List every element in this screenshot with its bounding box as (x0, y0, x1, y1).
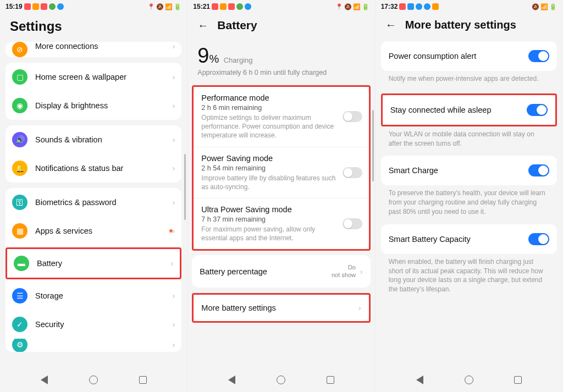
status-indicators: 📍 🔕 📶 🔋 (335, 3, 369, 10)
mode-title: Ultra Power Saving mode (201, 205, 361, 214)
setting-toggle[interactable] (528, 164, 549, 176)
status-app-icon (220, 3, 227, 10)
back-button[interactable]: ← (197, 19, 208, 32)
chevron-right-icon: › (173, 198, 175, 207)
page-title: Battery (217, 19, 257, 32)
chevron-right-icon: › (173, 291, 175, 300)
setting-label: Smart Battery Capacity (389, 235, 528, 244)
recents-nav-button[interactable] (138, 375, 148, 385)
status-bar: 15:21 📍 🔕 📶 🔋 (187, 0, 374, 13)
setting-toggle[interactable] (528, 233, 549, 245)
chevron-right-icon: › (173, 320, 175, 329)
status-app-icon (236, 3, 243, 10)
status-app-icon (32, 3, 39, 10)
charging-label: Charging (224, 56, 253, 64)
status-time: 15:21 (193, 3, 210, 10)
battery-icon: 🔋 (549, 3, 557, 10)
chevron-right-icon: › (358, 303, 361, 312)
settings-row-notifications-status-bar[interactable]: 🔔Notifications & status bar› (5, 154, 181, 183)
wifi-icon: 📶 (353, 3, 361, 10)
battery-percentage-row[interactable]: Battery percentage Donot show › (192, 255, 370, 287)
bell-icon: 🔔 (12, 161, 27, 176)
mode-power-saving-mode[interactable]: Power Saving mode2 h 54 min remainingImp… (194, 147, 368, 198)
settings-row-home-screen-wallpaper[interactable]: ▢Home screen & wallpaper› (5, 63, 181, 91)
settings-row-biometrics-password[interactable]: ⚿Biometrics & password› (5, 188, 181, 217)
mode-title: Power Saving mode (201, 154, 361, 163)
scrollbar[interactable] (372, 110, 374, 181)
back-nav-button[interactable] (227, 375, 237, 385)
setting-toggle[interactable] (528, 50, 549, 62)
status-app-icon (228, 3, 235, 10)
status-app-icon (49, 3, 56, 10)
recents-nav-button[interactable] (513, 375, 523, 385)
setting-stay-connected-while-asleep[interactable]: Stay connected while asleep (383, 95, 555, 125)
nav-bar (0, 368, 187, 392)
back-button[interactable]: ← (385, 19, 396, 31)
battery-percent: 9 (197, 44, 209, 67)
home-nav-button[interactable] (464, 375, 474, 385)
row-label: Apps & services (35, 227, 166, 235)
back-nav-button[interactable] (40, 375, 49, 385)
back-nav-button[interactable] (415, 375, 424, 385)
recents-nav-button[interactable] (325, 375, 335, 385)
settings-row-display-brightness[interactable]: ◉Display & brightness› (5, 91, 181, 120)
settings-row-apps-services[interactable]: ▦Apps & services› (5, 217, 181, 245)
mode-title: Performance mode (201, 93, 361, 102)
mode-toggle[interactable] (343, 167, 362, 178)
screen-settings-list: 15:19 📍 🔕 📶 🔋 Settings ⊘More connections… (0, 0, 187, 392)
nav-bar (187, 368, 374, 392)
row-label: Security (35, 320, 173, 329)
mode-performance-mode[interactable]: Performance mode2 h 6 min remainingOptim… (194, 87, 368, 147)
header: ← Battery (187, 13, 374, 40)
settings-row-item[interactable]: ⚙› (5, 339, 181, 352)
setting-helper: When enabled, the battery will finish ch… (381, 257, 557, 302)
key-icon: ⚿ (12, 195, 27, 210)
settings-row-security[interactable]: ✓Security› (5, 310, 181, 339)
eye-icon: ◉ (12, 98, 27, 113)
row-label: Battery percentage (200, 267, 267, 276)
setting-power-consumption-alert[interactable]: Power consumption alert (381, 41, 557, 71)
mode-remaining: 2 h 6 min remaining (201, 104, 361, 112)
row-value: Donot show (332, 264, 356, 278)
settings-row-storage[interactable]: ☰Storage› (5, 281, 181, 310)
header: ← More battery settings (376, 13, 562, 39)
setting-toggle[interactable] (527, 104, 548, 116)
mode-ultra-power-saving-mode[interactable]: Ultra Power Saving mode7 h 37 min remain… (194, 198, 368, 249)
settings-row-sounds-vibration[interactable]: 🔊Sounds & vibration› (5, 125, 181, 154)
home-nav-button[interactable] (276, 375, 286, 385)
chevron-right-icon: › (173, 340, 175, 349)
header: Settings (0, 13, 187, 42)
home-nav-button[interactable] (89, 375, 98, 385)
mode-toggle[interactable] (343, 111, 362, 122)
settings-row-battery[interactable]: ▬Battery› (7, 249, 180, 278)
setting-smart-battery-capacity[interactable]: Smart Battery Capacity (381, 224, 557, 254)
highlight-modes: Performance mode2 h 6 min remainingOptim… (192, 85, 370, 251)
row-label: More battery settings (201, 303, 275, 312)
status-app-icon (432, 3, 439, 10)
mode-toggle[interactable] (343, 218, 362, 229)
mode-description: For maximum power saving, allow only ess… (201, 225, 361, 242)
highlight-battery-row: ▬Battery› (5, 247, 181, 279)
scrollbar[interactable] (184, 154, 186, 220)
status-time: 15:19 (5, 3, 23, 10)
screen-more-battery-settings: 17:32 🔕 📶 🔋 ← More battery settings Powe… (376, 0, 563, 392)
link-icon: ⊘ (12, 42, 27, 57)
row-label: Sounds & vibration (35, 135, 173, 144)
battery-icon: ▬ (14, 256, 29, 271)
battery-status: 9% Charging Approximately 6 h 0 min unti… (187, 40, 374, 83)
row-label: Display & brightness (35, 101, 173, 110)
settings-row-more-connections[interactable]: ⊘More connections› (5, 42, 181, 57)
mute-icon: 🔕 (344, 3, 352, 10)
status-app-icon (41, 3, 47, 10)
more-battery-settings-row[interactable]: More battery settings › (194, 295, 368, 321)
battery-icon: 🔋 (174, 3, 181, 10)
status-app-icon (212, 3, 218, 10)
mode-remaining: 7 h 37 min remaining (201, 216, 361, 223)
chevron-right-icon: › (173, 42, 175, 51)
row-label: Storage (35, 291, 173, 300)
row-label: More connections (35, 42, 173, 51)
row-label: Biometrics & password (35, 198, 173, 207)
home-icon: ▢ (12, 69, 27, 85)
status-time: 17:32 (381, 3, 398, 10)
setting-smart-charge[interactable]: Smart Charge (381, 156, 557, 185)
